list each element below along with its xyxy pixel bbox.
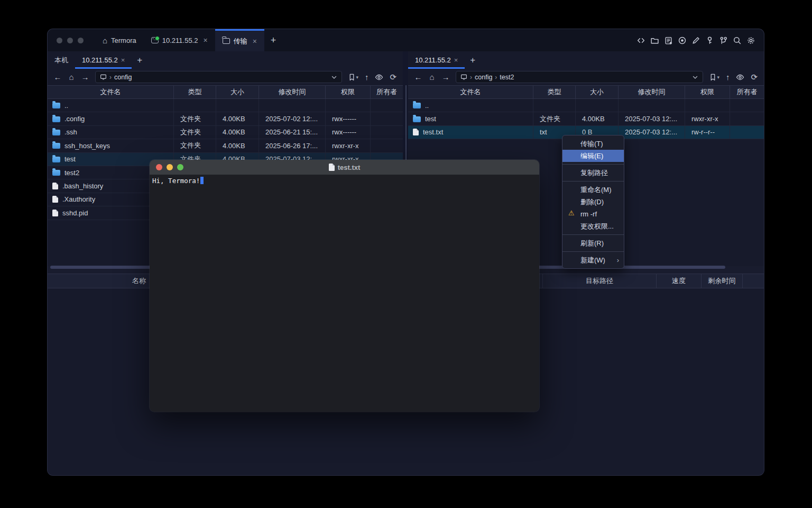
caret-down-icon[interactable]: ▾ [356, 75, 358, 80]
folder-icon [52, 116, 60, 122]
minimize-window-button[interactable] [67, 38, 73, 43]
file-name: sshd.pid [62, 209, 88, 217]
code-icon[interactable] [636, 36, 645, 45]
menu-item-delete[interactable]: 删除(D) [562, 196, 624, 208]
file-name: .. [425, 102, 429, 110]
file-perm: rwxr-xr-x [326, 139, 371, 152]
submenu-arrow-icon: › [617, 256, 619, 264]
transfer-column-target[interactable]: 目标路径 [543, 274, 657, 288]
tab-home[interactable]: ⌂ Termora [95, 29, 144, 51]
column-header-perm[interactable]: 权限 [326, 86, 371, 98]
upload-icon[interactable]: ↑ [724, 72, 732, 81]
editor-content[interactable]: Hi, Termora! [150, 175, 539, 187]
new-panel-tab-button[interactable]: + [465, 51, 481, 69]
file-perm: rw-r--r-- [685, 126, 730, 139]
close-icon[interactable]: × [253, 37, 257, 46]
zoom-window-button[interactable] [177, 164, 183, 170]
table-row[interactable]: .. [48, 99, 403, 112]
table-row[interactable]: test 文件夹 4.00KB 2025-07-03 12:... rwxr-x… [408, 112, 764, 125]
table-row[interactable]: ssh_host_keys 文件夹 4.00KB 2025-06-26 17:.… [48, 139, 403, 152]
table-row[interactable]: .config 文件夹 4.00KB 2025-07-02 12:... rwx… [48, 112, 403, 125]
file-name: .Xauthority [62, 195, 95, 203]
folder-icon[interactable] [650, 36, 659, 45]
breadcrumb-segment[interactable]: test2 [500, 74, 514, 81]
column-header-name[interactable]: 文件名 [408, 86, 533, 98]
home-icon[interactable]: ⌂ [426, 73, 438, 81]
menu-separator [562, 251, 624, 252]
editor-titlebar[interactable]: test.txt [150, 160, 539, 175]
search-icon[interactable] [733, 36, 742, 45]
column-header-mtime[interactable]: 修改时间 [259, 86, 326, 98]
close-icon[interactable]: × [454, 56, 458, 64]
menu-item-change-permissions[interactable]: 更改权限... [562, 220, 624, 232]
back-icon[interactable]: ← [52, 73, 63, 81]
close-window-button[interactable] [57, 38, 62, 43]
column-header-type[interactable]: 类型 [533, 86, 576, 98]
chevron-down-icon[interactable] [692, 74, 698, 80]
close-icon[interactable]: × [121, 56, 125, 64]
close-icon[interactable]: × [203, 36, 207, 44]
file-perm [685, 99, 730, 112]
log-icon[interactable] [664, 36, 673, 45]
file-perm: rwx------ [326, 112, 371, 125]
chevron-down-icon[interactable] [331, 74, 337, 80]
left-path-field[interactable]: › config [95, 71, 342, 83]
keychain-icon[interactable] [719, 36, 728, 45]
right-path-field[interactable]: › config › test2 [456, 71, 703, 83]
chevron-right-icon: › [470, 74, 472, 81]
table-row[interactable]: .. [408, 99, 764, 112]
file-owner [371, 99, 403, 112]
new-tab-button[interactable]: + [264, 29, 283, 51]
menu-item-refresh[interactable]: 刷新(R) [562, 237, 624, 249]
breadcrumb-segment[interactable]: config [475, 74, 492, 81]
folder-icon [413, 103, 421, 108]
settings-icon[interactable] [746, 36, 755, 45]
refresh-icon[interactable]: ⟳ [749, 72, 760, 82]
tab-session[interactable]: 10.211.55.2 × [144, 29, 215, 51]
column-header-size[interactable]: 大小 [216, 86, 259, 98]
refresh-icon[interactable]: ⟳ [387, 72, 399, 82]
transfer-column-speed[interactable]: 速度 [657, 274, 702, 288]
upload-icon[interactable]: ↑ [363, 72, 371, 81]
column-header-mtime[interactable]: 修改时间 [619, 86, 685, 98]
file-name: test [64, 155, 76, 163]
menu-item-rename[interactable]: 重命名(M) [562, 184, 624, 196]
edit-icon[interactable] [691, 36, 700, 45]
column-header-size[interactable]: 大小 [576, 86, 619, 98]
menu-item-transfer[interactable]: 传输(T) [562, 138, 624, 150]
forward-icon[interactable]: → [440, 73, 451, 81]
column-header-type[interactable]: 类型 [174, 86, 216, 98]
tab-local[interactable]: 本机 [48, 51, 75, 69]
zoom-window-button[interactable] [78, 38, 84, 43]
column-header-name[interactable]: 文件名 [48, 86, 174, 98]
menu-item-copy-path[interactable]: 复制路径 [562, 167, 624, 179]
menu-item-new[interactable]: 新建(W) › [562, 254, 624, 266]
key-icon[interactable] [705, 36, 714, 45]
back-icon[interactable]: ← [412, 73, 424, 81]
show-hidden-icon[interactable] [373, 73, 385, 81]
column-header-perm[interactable]: 权限 [685, 86, 730, 98]
show-hidden-icon[interactable] [734, 73, 746, 81]
transfer-column-remaining[interactable]: 剩余时间 [702, 274, 743, 288]
close-window-button[interactable] [156, 164, 162, 170]
table-row[interactable]: .ssh 文件夹 4.00KB 2025-06-21 15:... rwx---… [48, 126, 403, 139]
minimize-window-button[interactable] [167, 164, 173, 170]
menu-item-edit[interactable]: 编辑(E) [562, 150, 624, 162]
tab-transfer[interactable]: 传输 × [215, 29, 264, 51]
column-header-owner[interactable]: 所有者 [730, 86, 764, 98]
breadcrumb-segment[interactable]: config [114, 74, 132, 81]
column-header-owner[interactable]: 所有者 [371, 86, 403, 98]
caret-down-icon[interactable]: ▾ [717, 75, 719, 80]
tab-left-session[interactable]: 10.211.55.2 × [75, 51, 132, 69]
tab-right-session[interactable]: 10.211.55.2 × [408, 51, 465, 69]
bookmark-icon[interactable]: ▾ [346, 74, 361, 81]
folder-icon [52, 157, 60, 162]
forward-icon[interactable]: → [79, 73, 91, 81]
record-icon[interactable] [678, 36, 687, 45]
file-owner [371, 112, 403, 125]
menu-item-rm-rf[interactable]: ⚠ rm -rf [562, 208, 624, 220]
home-icon[interactable]: ⌂ [66, 73, 77, 81]
bookmark-icon[interactable]: ▾ [707, 74, 722, 81]
new-panel-tab-button[interactable]: + [132, 51, 147, 69]
file-owner [730, 126, 764, 139]
